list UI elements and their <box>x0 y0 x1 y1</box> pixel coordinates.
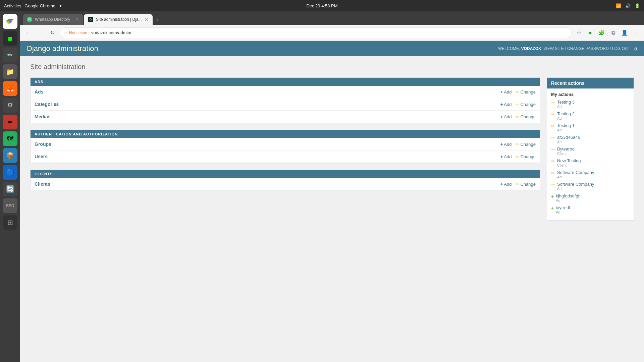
action-type-6: Ad <box>557 175 594 179</box>
row-medias: Medias + Add ✏ Change <box>31 111 540 123</box>
add-categories-link[interactable]: + Add <box>500 102 512 107</box>
change-ads-link[interactable]: ✏ Change <box>516 89 536 95</box>
log-out-link[interactable]: LOG OUT <box>612 46 630 51</box>
profile-button[interactable]: 👤 <box>620 28 629 38</box>
link-clients[interactable]: Clients <box>35 181 50 187</box>
action-name-1[interactable]: Testing 2 <box>557 111 575 116</box>
action-text-2: Testing 1 Ad <box>557 123 575 132</box>
star-button[interactable]: ☆ <box>574 28 584 38</box>
action-name-5[interactable]: New Testing <box>557 158 581 163</box>
action-type-0: Ad <box>557 105 575 109</box>
os-taskbar: Activities Google Chrome ▼ Dec 29 4:58 P… <box>0 0 644 11</box>
settings-icon[interactable]: ⚙ <box>3 98 17 113</box>
link-ads[interactable]: Ads <box>35 89 43 95</box>
section-ads: ADS Ads + Add ✏ Change Categories <box>30 77 540 123</box>
change-password-link[interactable]: CHANGE PASSWORD <box>567 46 609 51</box>
action-name-9[interactable]: iuytredf <box>556 205 570 210</box>
action-type-7: Ad <box>557 187 594 191</box>
action-name-7[interactable]: Software Company <box>557 182 594 187</box>
theme-toggle-icon[interactable]: ◑ <box>634 46 637 51</box>
edit-icon[interactable]: ✏ <box>3 48 17 62</box>
action-name-3[interactable]: af53d46a46 <box>557 135 580 140</box>
activities-label[interactable]: Activities <box>4 3 21 8</box>
tab-django[interactable]: D Site administration | Dja... ✕ <box>84 14 153 25</box>
add-users-link[interactable]: + Add <box>500 154 512 159</box>
row-actions-medias: + Add ✏ Change <box>500 114 536 119</box>
action-name-2[interactable]: Testing 1 <box>557 123 575 128</box>
tab-title-whatsapp: Whatsapp Directory <box>35 17 72 22</box>
extension-button[interactable]: ● <box>586 28 595 38</box>
action-item-6: ✏ Software Company Ad <box>551 170 630 179</box>
link-medias[interactable]: Medias <box>35 114 50 119</box>
page-title: Site administration <box>30 63 634 71</box>
firefox-icon[interactable]: 🦊 <box>3 81 17 96</box>
action-text-1: Testing 2 Ad <box>557 111 575 120</box>
extensions-button[interactable]: 🧩 <box>597 28 606 38</box>
split-view-button[interactable]: ⧉ <box>608 28 618 38</box>
view-site-link[interactable]: VIEW SITE <box>543 46 564 51</box>
taskbar-left: Activities Google Chrome ▼ <box>4 3 62 8</box>
new-tab-button[interactable]: + <box>153 15 163 25</box>
plus-icon-med: + <box>500 114 503 119</box>
plus-icon-grp: + <box>500 142 503 147</box>
browser-label[interactable]: Google Chrome <box>24 3 55 8</box>
action-name-8[interactable]: kjhgfgdsdfgh <box>556 193 581 198</box>
add-ads-link[interactable]: + Add <box>500 89 512 95</box>
action-type-5: Client <box>557 163 581 167</box>
url-text: vodazok.com/admin/ <box>91 30 567 35</box>
tab-favicon-wa: W <box>27 17 32 22</box>
edit-icon-5: ✏ <box>551 159 555 164</box>
action-name-0[interactable]: Testing 3 <box>557 100 575 105</box>
pencil-icon-med: ✏ <box>516 114 519 119</box>
grid-icon[interactable]: ⊞ <box>3 215 17 230</box>
action-type-4: Client <box>557 152 575 156</box>
username-label: VODAZOK <box>521 46 541 51</box>
back-button[interactable]: ← <box>23 28 33 38</box>
reload-button[interactable]: ↻ <box>48 28 57 38</box>
tab-close-django[interactable]: ✕ <box>145 17 149 22</box>
updates-icon[interactable]: 🔄 <box>3 182 17 196</box>
change-groups-link[interactable]: ✏ Change <box>516 142 536 147</box>
link-users[interactable]: Users <box>35 154 48 159</box>
toolbar-actions: ☆ ● 🧩 ⧉ 👤 ⋮ <box>574 28 641 38</box>
app-icon[interactable]: 📦 <box>3 148 17 163</box>
action-type-1: Ad <box>557 116 575 120</box>
add-groups-link[interactable]: + Add <box>500 142 512 147</box>
tab-close-whatsapp[interactable]: ✕ <box>75 17 79 22</box>
action-text-8: kjhgfgdsdfgh Ad <box>556 193 581 202</box>
action-type-2: Ad <box>557 128 575 132</box>
add-icon-8: + <box>551 194 554 199</box>
address-bar[interactable]: ⚠ Not secure vodazok.com/admin/ <box>60 27 572 38</box>
action-text-0: Testing 3 Ad <box>557 100 575 109</box>
terminal-icon[interactable]: ■ <box>3 31 17 46</box>
taskbar-right: 📶 🔊 🔋 <box>616 3 640 8</box>
add-clients-link[interactable]: + Add <box>500 182 512 187</box>
tab-whatsapp[interactable]: W Whatsapp Directory ✕ <box>23 14 83 25</box>
action-item-0: ✏ Testing 3 Ad <box>551 100 630 109</box>
action-text-5: New Testing Client <box>557 158 581 167</box>
files-icon[interactable]: 📁 <box>3 64 17 79</box>
edit-icon-2: ✏ <box>551 123 555 129</box>
change-clients-link[interactable]: ✏ Change <box>516 182 536 187</box>
action-name-4[interactable]: Bytearoo <box>557 146 575 152</box>
vscode-icon[interactable]: 🔵 <box>3 165 17 180</box>
django-header-right: WELCOME, VODAZOK. VIEW SITE / CHANGE PAS… <box>498 46 637 51</box>
action-name-6[interactable]: Software Company <box>557 170 594 175</box>
change-medias-link[interactable]: ✏ Change <box>516 114 536 119</box>
django-admin-title: Django administration <box>27 44 98 53</box>
change-users-link[interactable]: ✏ Change <box>516 154 536 159</box>
forward-button[interactable]: → <box>36 28 45 38</box>
ssd-icon[interactable]: SSD <box>3 198 17 213</box>
taskbar-dropdown-icon[interactable]: ▼ <box>59 4 62 8</box>
change-categories-link[interactable]: ✏ Change <box>516 102 536 107</box>
chrome-icon[interactable] <box>3 14 17 29</box>
pencil-icon[interactable]: ✒ <box>3 115 17 129</box>
map-icon[interactable]: 🗺 <box>3 131 17 146</box>
add-medias-link[interactable]: + Add <box>500 114 512 119</box>
link-groups[interactable]: Groups <box>35 141 51 147</box>
section-auth: AUTHENTICATION AND AUTHORIZATION Groups … <box>30 130 540 163</box>
edit-icon-1: ✏ <box>551 112 555 117</box>
link-categories[interactable]: Categories <box>35 102 59 107</box>
row-actions-ads: + Add ✏ Change <box>500 89 536 95</box>
menu-button[interactable]: ⋮ <box>631 28 641 38</box>
